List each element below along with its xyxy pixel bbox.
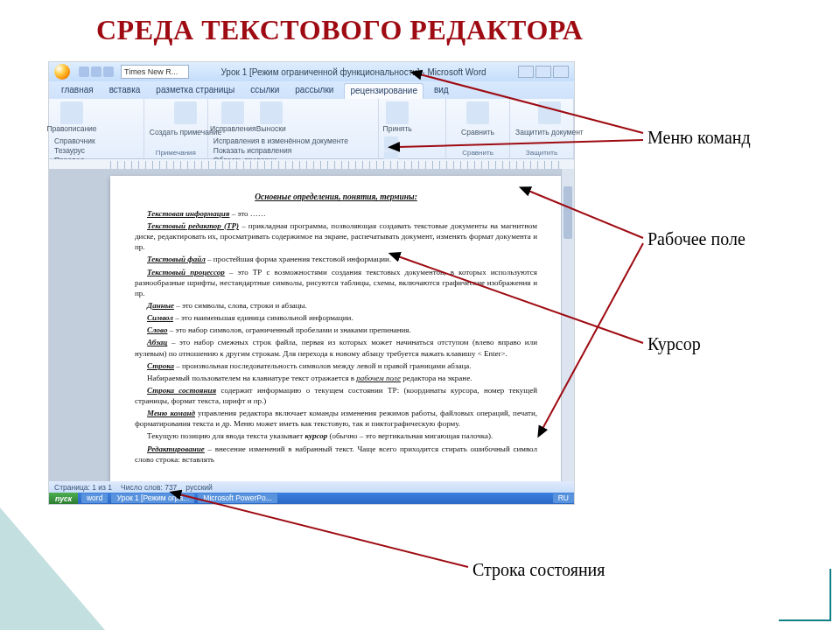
tab-home[interactable]: главная bbox=[56, 83, 99, 99]
window-controls[interactable] bbox=[518, 66, 569, 78]
ribbon-group-tracking: Исправления Выноски Исправления в изменё… bbox=[208, 99, 379, 158]
start-button[interactable]: пуск bbox=[49, 493, 78, 504]
font-selector[interactable]: Times New R... bbox=[121, 65, 189, 79]
status-page[interactable]: Страница: 1 из 1 bbox=[54, 483, 112, 492]
taskbar-item[interactable]: word bbox=[81, 494, 108, 503]
word-statusbar[interactable]: Страница: 1 из 1 Число слов: 737 русский bbox=[49, 481, 574, 493]
doc-heading: Основные определения, понятия, термины: bbox=[135, 192, 537, 203]
track-changes-icon[interactable] bbox=[221, 102, 244, 124]
ribbon-group-changes: Принять Изменения bbox=[379, 99, 446, 158]
tab-mailings[interactable]: рассылки bbox=[290, 83, 339, 99]
document-page[interactable]: Основные определения, понятия, термины: … bbox=[110, 176, 562, 481]
reject-icon[interactable] bbox=[384, 136, 398, 150]
callout-workfield: Рабочее поле bbox=[648, 229, 746, 249]
taskbar-item[interactable]: Microsoft PowerPo... bbox=[198, 494, 276, 503]
windows-taskbar[interactable]: пуск word Урок 1 [Режим огра... Microsof… bbox=[49, 493, 574, 504]
tab-insert[interactable]: вставка bbox=[104, 83, 146, 99]
tab-view[interactable]: вид bbox=[429, 83, 454, 99]
ribbon-group-comments: Создать примечание Примечания bbox=[144, 99, 208, 158]
tab-layout[interactable]: разметка страницы bbox=[150, 83, 240, 99]
window-caption: Урок 1 [Режим ограниченной функционально… bbox=[196, 67, 511, 77]
tab-review[interactable]: рецензирование bbox=[344, 83, 424, 99]
spellcheck-icon[interactable] bbox=[60, 102, 83, 124]
decor-corner bbox=[779, 569, 831, 621]
status-lang[interactable]: русский bbox=[186, 483, 213, 492]
word-screenshot: Times New R... Урок 1 [Режим ограниченно… bbox=[48, 61, 575, 505]
tray-lang[interactable]: RU bbox=[553, 494, 574, 503]
compare-icon[interactable] bbox=[466, 102, 489, 124]
tab-references[interactable]: ссылки bbox=[245, 83, 284, 99]
callout-statusbar: Строка состояния bbox=[472, 560, 606, 580]
slide-title: СРЕДА ТЕКСТОВОГО РЕДАКТОРА bbox=[96, 14, 583, 46]
document-area[interactable]: Основные определения, понятия, термины: … bbox=[49, 169, 562, 481]
slide: СРЕДА ТЕКСТОВОГО РЕДАКТОРА Times New R..… bbox=[0, 0, 840, 630]
quick-access-toolbar[interactable] bbox=[79, 66, 114, 77]
ribbon-tabs: главная вставка разметка страницы ссылки… bbox=[49, 81, 574, 99]
callout-cursor: Курсор bbox=[648, 334, 701, 354]
taskbar-item[interactable]: Урок 1 [Режим огра... bbox=[111, 494, 194, 503]
callout-menu: Меню команд bbox=[648, 128, 751, 148]
ribbon-group-compare: Сравнить Сравнить bbox=[446, 99, 510, 158]
maximize-icon bbox=[536, 66, 551, 78]
ribbon: Правописание Справочник Тезаурус Перевод… bbox=[49, 99, 574, 159]
ribbon-group-protect: Защитить документ Защитить bbox=[510, 99, 574, 158]
minimize-icon bbox=[518, 66, 534, 78]
new-comment-icon[interactable] bbox=[174, 102, 197, 124]
vertical-scrollbar[interactable] bbox=[561, 169, 574, 481]
close-icon bbox=[553, 66, 569, 78]
status-words[interactable]: Число слов: 737 bbox=[121, 483, 177, 492]
office-button-icon[interactable] bbox=[54, 64, 70, 80]
svg-line-6 bbox=[179, 494, 468, 567]
word-titlebar: Times New R... Урок 1 [Режим ограниченно… bbox=[49, 62, 574, 81]
ribbon-group-proofing: Правописание Справочник Тезаурус Перевод… bbox=[49, 99, 144, 158]
decor-triangle bbox=[0, 508, 105, 630]
protect-icon[interactable] bbox=[538, 102, 561, 124]
balloons-icon[interactable] bbox=[260, 102, 283, 124]
accept-icon[interactable] bbox=[386, 102, 409, 124]
scrollbar-thumb[interactable] bbox=[564, 186, 572, 239]
